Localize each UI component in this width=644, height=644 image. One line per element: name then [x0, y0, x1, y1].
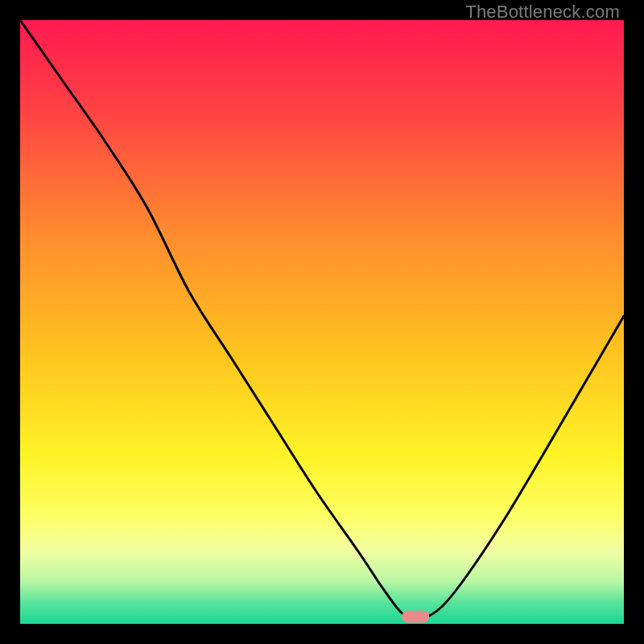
optimal-marker	[402, 611, 429, 623]
chart-frame	[20, 20, 624, 624]
gradient-background	[20, 20, 624, 624]
bottleneck-chart	[20, 20, 624, 624]
